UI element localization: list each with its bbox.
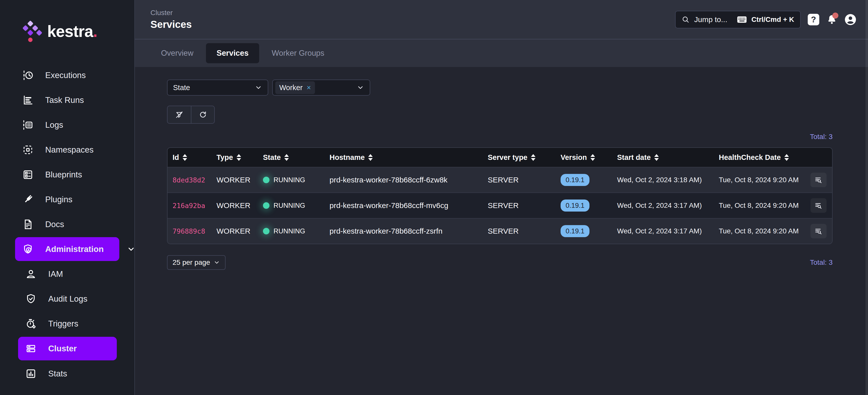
refresh-button[interactable] [191,106,214,123]
column-header-state[interactable]: State [263,153,330,162]
sidebar-item-iam[interactable]: IAM [0,262,134,286]
text-search-icon [814,227,823,235]
sidebar-item-logs[interactable]: Logs [0,112,134,137]
timer-cog-icon [25,318,37,329]
type-filter-select[interactable]: Worker × [272,79,370,96]
column-header-server-type[interactable]: Server type [488,153,561,162]
sidebar-item-label: Administration [45,244,104,254]
kestra-logo-icon [20,20,42,42]
topbar: Cluster Services Jump to... [135,0,868,39]
version-badge: 0.19.1 [561,199,589,211]
tab-worker-groups[interactable]: Worker Groups [261,43,335,63]
text-search-icon [814,176,823,184]
brand-dot: . [93,22,98,40]
healthcheck-date: Tue, Oct 8, 2024 9:20 AM [719,176,808,184]
table-header: Id Type State Hostname Server type Versi… [167,148,832,167]
sidebar-item-label: IAM [48,269,63,279]
sidebar-item-docs[interactable]: Docs [0,212,134,237]
server-type: SERVER [488,176,561,184]
version-badge: 0.19.1 [561,225,589,237]
sort-icon [784,154,789,161]
pagination-row: 25 per page Total: 3 [167,255,833,270]
service-id-link[interactable]: 796889c8 [173,227,217,235]
scrollbar[interactable] [866,0,868,395]
remove-tag-icon[interactable]: × [307,84,311,91]
column-header-healthcheck-date[interactable]: HealthCheck Date [719,153,808,162]
filters-row: State Worker × [167,79,833,96]
timeline-clock-icon [22,69,34,81]
user-menu-button[interactable] [844,13,857,26]
sidebar-item-label: Stats [48,369,67,378]
ballot-icon [22,169,34,180]
service-state: RUNNING [263,176,330,184]
chevron-down-icon [127,245,135,254]
sidebar-item-executions[interactable]: Executions [0,63,134,88]
sort-icon [531,154,535,161]
service-state: RUNNING [263,202,330,209]
sidebar: kestra. Executions Task Runs [0,0,135,395]
service-id-link[interactable]: 216a92ba [173,202,217,209]
clear-filters-button[interactable] [167,106,191,123]
healthcheck-date: Tue, Oct 8, 2024 9:20 AM [719,227,808,235]
sidebar-item-audit-logs[interactable]: Audit Logs [0,286,134,311]
sidebar-item-stats[interactable]: Stats [0,361,134,386]
server-icon [25,343,37,354]
column-header-hostname[interactable]: Hostname [330,153,488,162]
service-hostname: prd-kestra-worker-78b68ccff-mv6cg [330,201,488,210]
tab-overview[interactable]: Overview [150,43,204,63]
version-badge: 0.19.1 [561,174,589,186]
sidebar-item-label: Audit Logs [48,294,87,304]
sort-icon [654,154,659,161]
sidebar-item-cluster[interactable]: Cluster [18,337,117,360]
help-button[interactable]: ? [808,14,819,25]
account-icon [25,268,37,280]
app-root: kestra. Executions Task Runs [0,0,868,395]
start-date: Wed, Oct 2, 2024 3:17 AM) [617,201,719,209]
sort-icon [284,154,289,161]
total-count-top: Total: 3 [167,133,833,141]
table-row: 8ded38d2 WORKER RUNNING prd-kestra-worke… [167,167,832,193]
table-row: 796889c8 WORKER RUNNING prd-kestra-worke… [167,218,832,244]
sidebar-item-label: Executions [45,70,86,80]
service-hostname: prd-kestra-worker-78b68ccff-zsrfn [330,227,488,235]
page-title: Services [150,19,192,30]
server-type: SERVER [488,227,561,235]
state-filter-select[interactable]: State [167,79,268,96]
view-logs-button[interactable] [810,173,827,187]
view-logs-button[interactable] [810,224,827,238]
shield-check-icon [25,293,37,305]
sidebar-item-plugins[interactable]: Plugins [0,187,134,212]
service-type: WORKER [217,227,263,235]
sidebar-item-label: Logs [45,120,63,130]
sidebar-item-blueprints[interactable]: Blueprints [0,162,134,187]
per-page-select[interactable]: 25 per page [167,255,225,270]
tab-services[interactable]: Services [206,43,259,63]
sidebar-item-triggers[interactable]: Triggers [0,311,134,336]
topbar-actions: Jump to... Ctrl/Cmd + K ? [675,11,857,28]
notifications-button[interactable] [826,14,837,25]
view-logs-button[interactable] [810,198,827,213]
column-header-type[interactable]: Type [217,153,263,162]
column-header-version[interactable]: Version [561,153,617,162]
sort-icon [368,154,373,161]
service-id-link[interactable]: 8ded38d2 [173,176,217,184]
power-plug-icon [22,194,34,205]
refresh-icon [199,110,207,119]
column-header-start-date[interactable]: Start date [617,153,719,162]
column-header-id[interactable]: Id [173,153,217,162]
sidebar-item-namespaces[interactable]: Namespaces [0,137,134,162]
sidebar-item-task-runs[interactable]: Task Runs [0,88,134,112]
help-icon: ? [808,14,819,25]
chart-box-icon [25,368,37,380]
services-table: Id Type State Hostname Server type Versi… [167,147,833,244]
table-actions-group [167,106,215,124]
running-status-dot [263,228,270,234]
search-input[interactable]: Jump to... Ctrl/Cmd + K [675,11,801,28]
chevron-down-icon [214,259,220,266]
sidebar-item-administration[interactable]: Administration [15,237,119,261]
kestra-logo[interactable]: kestra. [0,0,134,63]
text-search-icon [814,201,823,210]
worker-tag-label: Worker [279,84,303,92]
sidebar-item-label: Docs [45,220,64,229]
sidebar-menu: Executions Task Runs Logs [0,63,134,386]
